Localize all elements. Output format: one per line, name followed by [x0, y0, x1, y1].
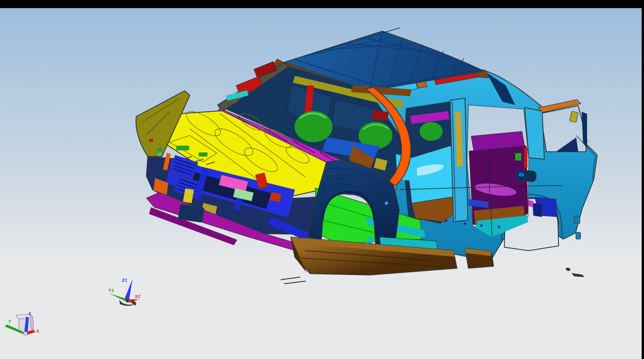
running-board-rear[interactable]	[465, 248, 494, 268]
fender-red-bit[interactable]	[149, 139, 153, 142]
b-pillar[interactable]	[450, 98, 468, 222]
csys-z-label: Z	[28, 311, 31, 316]
loose-part-red-dot-1	[575, 274, 577, 275]
quarter-window-opening	[542, 106, 587, 152]
csys-y-label: Y	[8, 319, 11, 324]
fender-cyan-bit[interactable]	[158, 153, 161, 156]
door-handle-recess[interactable]	[515, 170, 537, 182]
wcs-x-label: XC	[135, 294, 141, 299]
hinge-green-part[interactable]	[515, 153, 521, 161]
window-right-bar	[642, 0, 644, 359]
csys-x-label: X	[37, 329, 39, 334]
wcs-z-label: ZC	[122, 278, 128, 283]
lower-tow-panel[interactable]	[178, 204, 204, 223]
loose-part-red-dot-2	[580, 275, 582, 276]
wcs-y-label: YC	[108, 288, 115, 293]
wcs-origin[interactable]	[126, 299, 128, 302]
engine-bay-red-part-2[interactable]	[270, 192, 281, 202]
window-top-bar	[0, 0, 644, 8]
rear-bracket-tab-upper[interactable]	[574, 216, 580, 224]
csys-origin-ball	[23, 332, 27, 336]
fender-teal-tab[interactable]	[367, 237, 373, 244]
fender-green-bit[interactable]	[157, 148, 162, 151]
seat-frame-left[interactable]	[295, 111, 333, 142]
fender-drain-dot	[385, 202, 388, 205]
latch-red-part[interactable]	[524, 148, 527, 168]
viewport-canvas[interactable]: ZC YC XC Z Y X	[0, 0, 644, 359]
cad-application-window: ZC YC XC Z Y X	[0, 0, 644, 359]
hood-edge-green-1[interactable]	[176, 146, 189, 150]
hood-edge-green-2[interactable]	[199, 152, 207, 156]
wheelhouse-inner-panel[interactable]	[533, 203, 542, 217]
seat-through-door[interactable]	[420, 122, 443, 141]
rear-bracket-tab-lower[interactable]	[576, 232, 581, 239]
handle-blue-glint	[519, 173, 524, 176]
model-view[interactable]: ZC YC XC Z Y X	[0, 0, 644, 359]
interior-red-box[interactable]	[371, 110, 388, 121]
